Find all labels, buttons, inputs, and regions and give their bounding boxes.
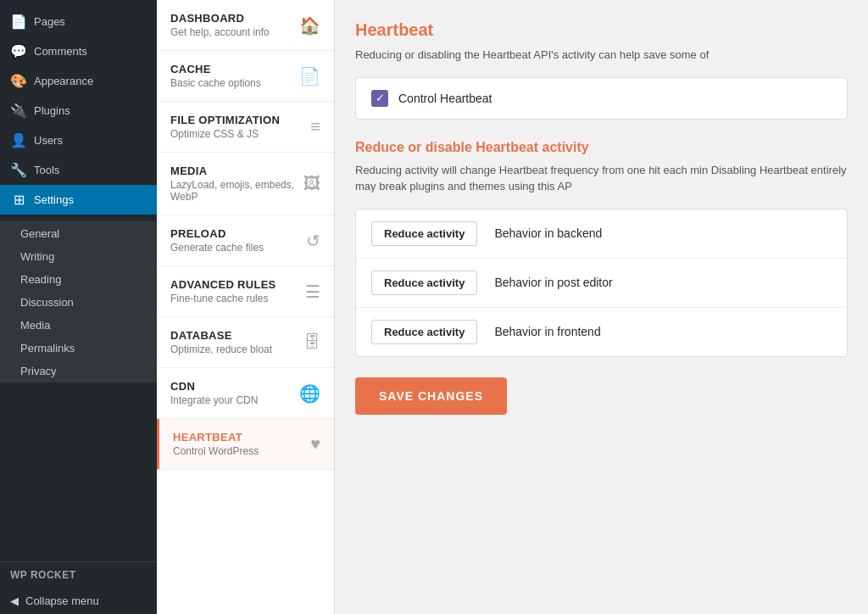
submenu-label: Writing (20, 250, 54, 263)
behavior-backend-label: Behavior in backend (494, 226, 602, 240)
comments-icon: 💬 (10, 43, 27, 59)
file-opt-icon: ≡ (310, 117, 320, 137)
reduce-row-backend: Reduce activity Behavior in backend (356, 209, 847, 259)
nav-item-dashboard[interactable]: DASHBOARD Get help, account info 🏠 (157, 0, 334, 51)
save-changes-button[interactable]: SAVE CHANGES (355, 377, 507, 415)
nav-title: PRELOAD (170, 227, 264, 240)
cache-icon: 📄 (299, 66, 320, 87)
nav-title: ADVANCED RULES (170, 278, 276, 291)
appearance-icon: 🎨 (10, 73, 27, 89)
sidebar-item-media[interactable]: Media (0, 314, 157, 337)
nav-item-cdn[interactable]: CDN Integrate your CDN 🌐 (157, 368, 334, 419)
sidebar-item-label: Tools (34, 164, 59, 176)
submenu-label: Privacy (20, 365, 57, 377)
nav-item-cache[interactable]: CACHE Basic cache options 📄 (157, 51, 334, 102)
nav-sub: Fine-tune cache rules (170, 293, 276, 304)
sidebar-item-reading[interactable]: Reading (0, 268, 157, 291)
settings-icon: ⊞ (10, 192, 27, 208)
users-icon: 👤 (10, 132, 27, 148)
nav-title: CACHE (170, 63, 261, 75)
nav-sub: Generate cache files (170, 242, 264, 254)
nav-title: DATABASE (170, 329, 272, 342)
nav-sub: Optimize CSS & JS (170, 128, 280, 140)
reduce-section-desc: Reducing activity will change Heartbeat … (355, 162, 848, 195)
nav-sub: LazyLoad, emojis, embeds, WebP (170, 179, 303, 203)
collapse-label: Collapse menu (25, 594, 99, 607)
reduce-activity-backend-button[interactable]: Reduce activity (371, 221, 477, 246)
submenu-label: Discussion (20, 296, 74, 309)
reduce-card: Reduce activity Behavior in backend Redu… (355, 209, 848, 357)
database-icon: 🗄 (303, 332, 320, 352)
control-heartbeat-row: ✓ Control Heartbeat (356, 78, 847, 119)
sidebar-item-settings[interactable]: ⊞ Settings (0, 185, 157, 215)
nav-title: FILE OPTIMIZATION (170, 114, 280, 126)
submenu-label: Media (20, 319, 50, 332)
reduce-row-frontend: Reduce activity Behavior in frontend (356, 308, 847, 356)
media-icon: 🖼 (303, 174, 320, 193)
control-heartbeat-label: Control Heartbeat (398, 92, 492, 105)
sidebar-item-plugins[interactable]: 🔌 Plugins (0, 96, 157, 126)
heartbeat-desc: Reducing or disabling the Heartbeat API'… (355, 47, 848, 64)
nav-item-file-optimization[interactable]: FILE OPTIMIZATION Optimize CSS & JS ≡ (157, 102, 334, 153)
heartbeat-section: Heartbeat Reducing or disabling the Hear… (355, 20, 848, 120)
nav-sub: Get help, account info (170, 26, 270, 38)
control-heartbeat-checkbox[interactable]: ✓ (371, 90, 388, 107)
save-section: SAVE CHANGES (355, 377, 848, 415)
heartbeat-icon: ♥ (310, 434, 320, 454)
sidebar-item-label: Pages (34, 15, 65, 28)
nav-sub: Basic cache options (170, 77, 261, 89)
preload-icon: ↺ (306, 231, 320, 251)
control-heartbeat-card: ✓ Control Heartbeat (355, 77, 848, 120)
sidebar-item-users[interactable]: 👤 Users (0, 126, 157, 155)
sidebar-item-appearance[interactable]: 🎨 Appearance (0, 66, 157, 96)
plugins-icon: 🔌 (10, 103, 27, 119)
sidebar-item-writing[interactable]: Writing (0, 245, 157, 268)
submenu-label: General (20, 227, 59, 240)
collapse-menu-button[interactable]: ◀ Collapse menu (0, 588, 157, 614)
nav-title: DASHBOARD (170, 12, 270, 25)
reduce-section: Reduce or disable Heartbeat activity Red… (355, 140, 848, 357)
reduce-section-title: Reduce or disable Heartbeat activity (355, 140, 848, 155)
sidebar-item-label: Users (34, 134, 63, 147)
sidebar-item-label: Comments (34, 45, 87, 58)
sidebar: 📄 Pages 💬 Comments 🎨 Appearance 🔌 Plugin… (0, 0, 157, 614)
sidebar-item-general[interactable]: General (0, 222, 157, 245)
heartbeat-title: Heartbeat (355, 20, 848, 40)
nav-sub: Control WordPress (173, 445, 259, 457)
dashboard-icon: 🏠 (299, 15, 320, 36)
tools-icon: 🔧 (10, 162, 27, 178)
sidebar-item-comments[interactable]: 💬 Comments (0, 36, 157, 66)
nav-item-database[interactable]: DATABASE Optimize, reduce bloat 🗄 (157, 317, 334, 368)
nav-title: HEARTBEAT (173, 431, 259, 444)
sidebar-item-privacy[interactable]: Privacy (0, 360, 157, 382)
nav-sub: Optimize, reduce bloat (170, 343, 272, 355)
nav-item-advanced-rules[interactable]: ADVANCED RULES Fine-tune cache rules ☰ (157, 266, 334, 317)
nav-title: MEDIA (170, 165, 303, 177)
plugin-nav: DASHBOARD Get help, account info 🏠 CACHE… (157, 0, 335, 614)
sidebar-item-label: Settings (34, 193, 74, 206)
behavior-post-editor-label: Behavior in post editor (494, 276, 612, 289)
pages-icon: 📄 (10, 14, 27, 30)
nav-item-heartbeat[interactable]: HEARTBEAT Control WordPress ♥ (157, 419, 334, 470)
sidebar-item-permalinks[interactable]: Permalinks (0, 337, 157, 360)
sidebar-item-discussion[interactable]: Discussion (0, 291, 157, 314)
reduce-activity-frontend-button[interactable]: Reduce activity (371, 320, 477, 344)
submenu-label: Permalinks (20, 342, 75, 354)
advanced-rules-icon: ☰ (305, 282, 320, 302)
sidebar-item-label: Appearance (34, 75, 93, 87)
reduce-row-post-editor: Reduce activity Behavior in post editor (356, 259, 847, 308)
nav-sub: Integrate your CDN (170, 394, 258, 406)
main-content: Heartbeat Reducing or disabling the Hear… (335, 0, 868, 614)
nav-item-preload[interactable]: PRELOAD Generate cache files ↺ (157, 215, 334, 266)
collapse-icon: ◀ (10, 594, 19, 607)
behavior-frontend-label: Behavior in frontend (494, 325, 600, 338)
nav-title: CDN (170, 380, 258, 393)
wprocket-label: WP Rocket (0, 562, 157, 588)
submenu-label: Reading (20, 273, 61, 286)
nav-item-media[interactable]: MEDIA LazyLoad, emojis, embeds, WebP 🖼 (157, 153, 334, 215)
sidebar-item-tools[interactable]: 🔧 Tools (0, 155, 157, 185)
sidebar-item-pages[interactable]: 📄 Pages (0, 7, 157, 36)
reduce-activity-post-editor-button[interactable]: Reduce activity (371, 271, 477, 295)
cdn-icon: 🌐 (299, 383, 320, 404)
sidebar-item-label: Plugins (34, 104, 70, 117)
